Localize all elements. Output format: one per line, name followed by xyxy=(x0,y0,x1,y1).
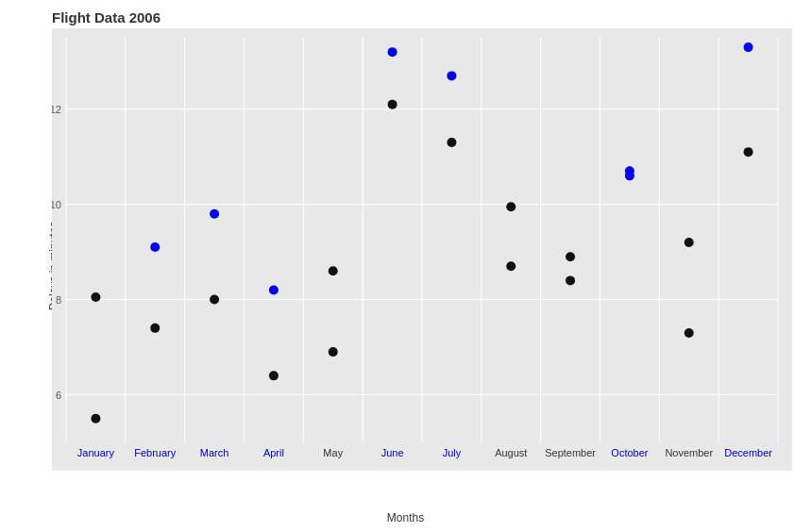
svg-point-49 xyxy=(566,252,575,261)
svg-point-41 xyxy=(329,266,338,275)
svg-point-44 xyxy=(388,100,397,109)
svg-point-42 xyxy=(329,347,338,357)
svg-text:12: 12 xyxy=(52,104,61,115)
svg-point-53 xyxy=(684,238,694,247)
svg-text:June: June xyxy=(381,447,404,458)
svg-point-54 xyxy=(684,328,694,338)
chart-title: Flight Data 2006 xyxy=(52,9,161,25)
svg-point-33 xyxy=(91,292,100,302)
svg-text:July: July xyxy=(443,447,462,458)
chart-container: Flight Data 2006 Delays in minutes Month… xyxy=(0,0,811,532)
plot-area: 681012JanuaryFebruaryMarchAprilMayJuneJu… xyxy=(52,28,792,471)
svg-text:February: February xyxy=(134,447,177,458)
svg-point-55 xyxy=(744,42,753,52)
svg-point-38 xyxy=(210,295,219,305)
svg-point-36 xyxy=(150,324,160,333)
scatter-plot: 681012JanuaryFebruaryMarchAprilMayJuneJu… xyxy=(52,28,792,471)
svg-text:May: May xyxy=(323,447,343,458)
svg-point-46 xyxy=(447,138,456,147)
svg-text:10: 10 xyxy=(52,199,61,210)
svg-text:October: October xyxy=(611,447,648,458)
svg-text:November: November xyxy=(665,447,713,458)
svg-point-34 xyxy=(91,414,100,424)
svg-text:September: September xyxy=(545,447,596,458)
svg-point-56 xyxy=(744,147,753,157)
svg-point-43 xyxy=(388,47,397,57)
svg-point-35 xyxy=(150,242,160,252)
svg-point-52 xyxy=(625,171,634,180)
x-axis-label: Months xyxy=(387,511,424,524)
svg-text:January: January xyxy=(77,447,115,458)
svg-point-40 xyxy=(269,371,279,380)
svg-point-47 xyxy=(506,202,515,211)
svg-point-48 xyxy=(506,261,515,271)
svg-point-37 xyxy=(210,209,219,219)
svg-point-39 xyxy=(269,285,279,294)
svg-text:August: August xyxy=(495,447,527,458)
svg-text:December: December xyxy=(724,447,772,458)
svg-point-50 xyxy=(566,275,575,285)
svg-text:8: 8 xyxy=(56,294,61,306)
svg-point-45 xyxy=(447,71,456,80)
svg-text:March: March xyxy=(200,447,229,458)
svg-text:6: 6 xyxy=(56,390,61,401)
svg-text:April: April xyxy=(263,447,284,458)
